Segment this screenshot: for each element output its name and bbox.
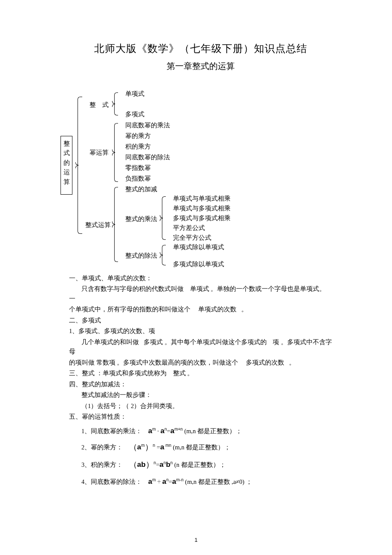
f3-tail: (n 都是正整数）； bbox=[174, 461, 226, 468]
sec2-p2c: 。 bbox=[289, 359, 295, 366]
branch1-label: 整 式 bbox=[89, 102, 109, 108]
f2-tail: (m,n 都是正整数）； bbox=[173, 444, 231, 451]
page: 北师大版《数学》（七年级下册）知识点总结 第一章整式的运算 整式的运算 整 式 … bbox=[0, 0, 392, 555]
b2-item-2: 积的乘方 bbox=[125, 144, 151, 150]
formula-3: 3、积的乘方： （ab）n=anbn (n 都是正整数）； bbox=[69, 459, 332, 471]
f1-tail: (m,n 都是正整数）； bbox=[184, 428, 242, 434]
formula-2: 2、幂的乘方： （am）n =a mn (m,n 都是正整数）； bbox=[69, 442, 332, 453]
b3div-1: 多项式除以单项式 bbox=[173, 261, 224, 267]
sec1-p1a: 只含有数字与字母的积的代数式叫做 bbox=[81, 285, 184, 292]
sec5-heading: 五、幂的运算性质： bbox=[69, 412, 332, 421]
chapter-title: 第一章整式的运算 bbox=[69, 60, 332, 72]
sec1-heading: 一、单项式、单项式的次数： bbox=[69, 273, 332, 283]
brace-b3mul bbox=[162, 196, 166, 240]
f4-tail: (m,n 都是正整数 ,a≠0) ； bbox=[185, 478, 252, 485]
b3mul-3: 平方差公式 bbox=[173, 225, 205, 231]
b1-item-1: 多项式 bbox=[125, 111, 144, 118]
sec2-p2b: 多项式的次数 bbox=[246, 359, 284, 366]
b3mul-4: 完全平方公式 bbox=[173, 235, 211, 241]
sec1-p2c: 。 bbox=[241, 306, 248, 313]
sec1-p1c: 一 bbox=[69, 295, 75, 302]
b3-div-label: 整式的除法 bbox=[125, 253, 157, 259]
formula-4: 4、同底数幂的除法： am ÷ an=am-n (m,n 都是正整数 ,a≠0)… bbox=[69, 477, 332, 487]
sec1-p1b: 单项式 。单独的一个数或一个字母也是单项式。 bbox=[190, 285, 326, 292]
sec4-p2: （1）去括号；（ 2）合并同类项。 bbox=[69, 401, 332, 411]
b3-mul-label: 整式的乘法 bbox=[125, 216, 157, 222]
branch3-label: 整式运算 bbox=[85, 222, 111, 228]
sec1-p2b: 单项式的次数 bbox=[198, 306, 236, 313]
b2-item-3: 同底数幂的除法 bbox=[125, 154, 170, 161]
body-text: 一、单项式、单项式的次数： 只含有数字与字母的积的代数式叫做 单项式 。单独的一… bbox=[69, 273, 332, 486]
f1-pre: 1、同底数幂的乘法： bbox=[81, 428, 142, 434]
sec4-p1: 整式加减法的一般步骤： bbox=[69, 390, 332, 400]
concept-diagram: 整式的运算 整 式 单项式 多项式 幂运算 同底数幂的乘法 幂的乘方 积的乘方 … bbox=[61, 85, 332, 272]
sec1-p2a: 个单项式中，所有字母的指数的和叫做这个 bbox=[69, 306, 190, 313]
formula-1: 1、同底数幂的乘法： am · an=am+n (m,n 都是正整数）； bbox=[69, 426, 332, 436]
f4-pre: 4、同底数幂的除法： bbox=[81, 478, 142, 485]
b3mul-1: 单项式与多项式相乘 bbox=[173, 205, 231, 212]
b2-item-4: 零指数幂 bbox=[125, 165, 151, 171]
root-label: 整式的运算 bbox=[63, 140, 70, 185]
doc-title: 北师大版《数学》（七年级下册）知识点总结 bbox=[69, 42, 332, 55]
sec3: 三、整式 ：单项式和多项式统称为 整式 。 bbox=[69, 368, 332, 378]
sec2-p1b: 多项式 。其中每个单项式叫做这个多项式的 bbox=[144, 339, 267, 345]
f2-pre: 2、幂的乘方： bbox=[81, 444, 123, 451]
page-number: 1 bbox=[0, 537, 392, 543]
brace-b2 bbox=[114, 123, 118, 182]
sec2-p2a: 的项叫做 常数项 。多项式中次数最高的项的次数，叫做这个 bbox=[69, 359, 238, 366]
b3mul-0: 单项式与单项式相乘 bbox=[173, 196, 231, 202]
root-box: 整式的运算 bbox=[61, 136, 72, 195]
sec4-heading: 四、整式的加减法： bbox=[69, 380, 332, 389]
b2-item-0: 同底数幂的乘法 bbox=[125, 122, 170, 129]
sec2-p1: 几个单项式的和叫做 多项式 。其中每个单项式叫做这个多项式的 项 。多项式中不含… bbox=[69, 337, 332, 357]
brace-b3div bbox=[162, 245, 166, 265]
brace-b3 bbox=[114, 187, 118, 262]
b3-top: 整式的加减 bbox=[125, 186, 157, 193]
brace-main bbox=[78, 97, 82, 234]
brace-b1 bbox=[114, 92, 118, 115]
f3-pre: 3、积的乘方： bbox=[81, 461, 123, 468]
b3div-0: 单项式除以单项式 bbox=[173, 244, 224, 250]
b2-item-5: 负指数幂 bbox=[125, 175, 151, 182]
b2-item-1: 幂的乘方 bbox=[125, 133, 151, 139]
b1-item-0: 单项式 bbox=[125, 91, 144, 97]
b3mul-2: 多项式与多项式相乘 bbox=[173, 215, 231, 221]
sec2-p1a: 几个单项式的和叫做 bbox=[81, 339, 139, 345]
sec2-heading: 二、多项式 bbox=[69, 316, 332, 325]
branch2-label: 幂运算 bbox=[89, 150, 109, 156]
sec2-sub1: 1、多项式、多项式的次数、项 bbox=[69, 326, 332, 336]
sec1-p1: 只含有数字与字母的积的代数式叫做 单项式 。单独的一个数或一个字母也是单项式。 … bbox=[69, 284, 332, 303]
sec2-p2: 的项叫做 常数项 。多项式中次数最高的项的次数，叫做这个 多项式的次数 。 bbox=[69, 358, 332, 367]
sec1-p2: 个单项式中，所有字母的指数的和叫做这个 单项式的次数 。 bbox=[69, 305, 332, 314]
